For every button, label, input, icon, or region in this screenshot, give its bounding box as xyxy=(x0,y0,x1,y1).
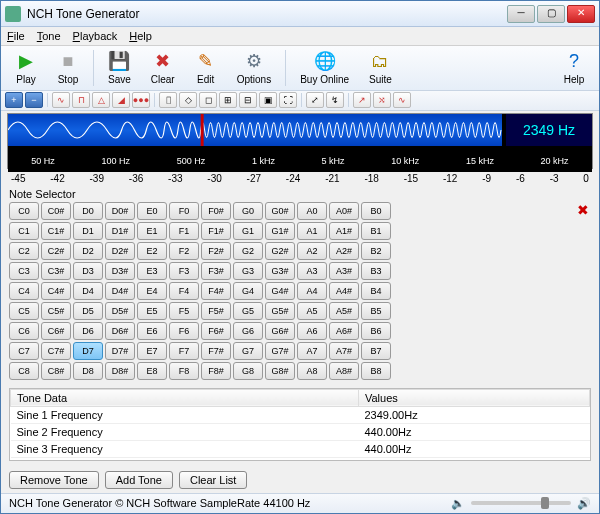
note-C3s[interactable]: C3# xyxy=(41,262,71,280)
tool-impulse[interactable]: ●●● xyxy=(132,92,150,108)
menu-playback[interactable]: Playback xyxy=(73,30,118,42)
note-E1[interactable]: E1 xyxy=(137,222,167,240)
note-C6[interactable]: C6 xyxy=(9,322,39,340)
volume-slider[interactable] xyxy=(471,501,571,505)
note-G6[interactable]: G6 xyxy=(233,322,263,340)
note-F4[interactable]: F4 xyxy=(169,282,199,300)
note-D0[interactable]: D0 xyxy=(73,202,103,220)
note-D8s[interactable]: D8# xyxy=(105,362,135,380)
note-F8s[interactable]: F8# xyxy=(201,362,231,380)
tool-w6[interactable]: ▣ xyxy=(259,92,277,108)
note-C1[interactable]: C1 xyxy=(9,222,39,240)
note-C3[interactable]: C3 xyxy=(9,262,39,280)
note-B5[interactable]: B5 xyxy=(361,302,391,320)
note-C0s[interactable]: C0# xyxy=(41,202,71,220)
note-B6[interactable]: B6 xyxy=(361,322,391,340)
menu-help[interactable]: Help xyxy=(129,30,152,42)
note-G4[interactable]: G4 xyxy=(233,282,263,300)
tool-g2[interactable]: ↯ xyxy=(326,92,344,108)
tool-remove[interactable]: − xyxy=(25,92,43,108)
note-F6[interactable]: F6 xyxy=(169,322,199,340)
note-G4s[interactable]: G4# xyxy=(265,282,295,300)
tone-row[interactable]: Sine 2 Frequency440.00Hz xyxy=(11,423,590,440)
note-F3s[interactable]: F3# xyxy=(201,262,231,280)
note-A6s[interactable]: A6# xyxy=(329,322,359,340)
note-D7[interactable]: D7 xyxy=(73,342,103,360)
tool-w5[interactable]: ⊟ xyxy=(239,92,257,108)
note-F3[interactable]: F3 xyxy=(169,262,199,280)
tool-w1[interactable]: ⌷ xyxy=(159,92,177,108)
tool-sine[interactable]: ∿ xyxy=(52,92,70,108)
note-E8[interactable]: E8 xyxy=(137,362,167,380)
save-button[interactable]: 💾Save xyxy=(98,48,141,87)
note-D2s[interactable]: D2# xyxy=(105,242,135,260)
note-B1[interactable]: B1 xyxy=(361,222,391,240)
note-G0[interactable]: G0 xyxy=(233,202,263,220)
note-G1s[interactable]: G1# xyxy=(265,222,295,240)
clear-list-button[interactable]: Clear List xyxy=(179,471,247,489)
note-D4[interactable]: D4 xyxy=(73,282,103,300)
note-C2s[interactable]: C2# xyxy=(41,242,71,260)
tool-g1[interactable]: ⤢ xyxy=(306,92,324,108)
tone-row[interactable]: Sine 3 Frequency440.00Hz xyxy=(11,440,590,457)
clear-button[interactable]: ✖Clear xyxy=(141,48,185,87)
note-G3[interactable]: G3 xyxy=(233,262,263,280)
tool-add[interactable]: + xyxy=(5,92,23,108)
note-C5s[interactable]: C5# xyxy=(41,302,71,320)
note-B0[interactable]: B0 xyxy=(361,202,391,220)
tool-crop[interactable]: ⛶ xyxy=(279,92,297,108)
note-C6s[interactable]: C6# xyxy=(41,322,71,340)
note-D1s[interactable]: D1# xyxy=(105,222,135,240)
note-E5[interactable]: E5 xyxy=(137,302,167,320)
note-C0[interactable]: C0 xyxy=(9,202,39,220)
note-A7[interactable]: A7 xyxy=(297,342,327,360)
note-A0[interactable]: A0 xyxy=(297,202,327,220)
suite-button[interactable]: 🗂Suite xyxy=(359,48,402,87)
note-F7[interactable]: F7 xyxy=(169,342,199,360)
options-button[interactable]: ⚙Options xyxy=(227,48,281,87)
note-D7s[interactable]: D7# xyxy=(105,342,135,360)
note-D4s[interactable]: D4# xyxy=(105,282,135,300)
note-E4[interactable]: E4 xyxy=(137,282,167,300)
note-A0s[interactable]: A0# xyxy=(329,202,359,220)
note-A4s[interactable]: A4# xyxy=(329,282,359,300)
note-A5s[interactable]: A5# xyxy=(329,302,359,320)
note-B3[interactable]: B3 xyxy=(361,262,391,280)
note-F5s[interactable]: F5# xyxy=(201,302,231,320)
play-button[interactable]: ▶Play xyxy=(5,48,47,87)
tool-w4[interactable]: ⊞ xyxy=(219,92,237,108)
remove-tone-button[interactable]: Remove Tone xyxy=(9,471,99,489)
note-B7[interactable]: B7 xyxy=(361,342,391,360)
maximize-button[interactable]: ▢ xyxy=(537,5,565,23)
note-D5[interactable]: D5 xyxy=(73,302,103,320)
tool-saw[interactable]: ◢ xyxy=(112,92,130,108)
note-B8[interactable]: B8 xyxy=(361,362,391,380)
tool-g4[interactable]: ⤭ xyxy=(373,92,391,108)
note-G0s[interactable]: G0# xyxy=(265,202,295,220)
note-F2[interactable]: F2 xyxy=(169,242,199,260)
note-D1[interactable]: D1 xyxy=(73,222,103,240)
note-F1[interactable]: F1 xyxy=(169,222,199,240)
note-E0[interactable]: E0 xyxy=(137,202,167,220)
note-F8[interactable]: F8 xyxy=(169,362,199,380)
note-C8[interactable]: C8 xyxy=(9,362,39,380)
note-A8[interactable]: A8 xyxy=(297,362,327,380)
note-F0s[interactable]: F0# xyxy=(201,202,231,220)
note-E2[interactable]: E2 xyxy=(137,242,167,260)
note-E7[interactable]: E7 xyxy=(137,342,167,360)
note-A1[interactable]: A1 xyxy=(297,222,327,240)
note-G7s[interactable]: G7# xyxy=(265,342,295,360)
note-F2s[interactable]: F2# xyxy=(201,242,231,260)
close-button[interactable]: ✕ xyxy=(567,5,595,23)
note-D8[interactable]: D8 xyxy=(73,362,103,380)
tool-w2[interactable]: ◇ xyxy=(179,92,197,108)
note-F1s[interactable]: F1# xyxy=(201,222,231,240)
col-values[interactable]: Values xyxy=(358,389,589,406)
note-A3[interactable]: A3 xyxy=(297,262,327,280)
add-tone-button[interactable]: Add Tone xyxy=(105,471,173,489)
note-G6s[interactable]: G6# xyxy=(265,322,295,340)
close-noteselector-icon[interactable]: ✖ xyxy=(575,202,591,218)
note-C4s[interactable]: C4# xyxy=(41,282,71,300)
note-A5[interactable]: A5 xyxy=(297,302,327,320)
note-G1[interactable]: G1 xyxy=(233,222,263,240)
